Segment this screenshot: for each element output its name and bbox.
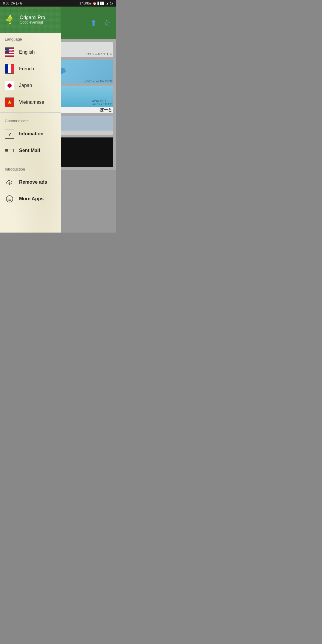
vietnamese-label: Vietnamese [19,100,44,105]
upload-icon[interactable]: ⬆ [90,18,97,28]
carrier-display: CH [10,1,15,5]
drawer-header: Origami Pro Good evening! [0,7,61,33]
menu-item-english[interactable]: ★★★★★★★★★ English [0,44,61,61]
remove-ads-label: Remove ads [19,179,47,185]
communicate-section-label: Communicate [0,114,61,126]
translate-icon: G [20,1,23,5]
battery-display: 17 [110,2,113,5]
svg-point-10 [8,200,9,201]
svg-point-8 [8,199,9,200]
introduction-section-label: Introduction [0,163,61,174]
french-label: French [19,66,34,72]
svg-point-5 [6,196,13,202]
speed-display: 17,3KB/s [79,2,92,5]
svg-marker-2 [8,22,12,24]
flag-vietnamese-icon: ★ [5,97,14,107]
wifi-icon: ▲ [106,2,109,5]
menu-item-japan[interactable]: Japan [0,77,61,94]
english-label: English [19,49,35,55]
list-circle-svg [5,195,14,203]
menu-item-remove-ads[interactable]: Remove ads [0,174,61,191]
flag-english-icon: ★★★★★★★★★ [5,47,14,57]
menu-item-information[interactable]: ? Infomation [0,126,61,142]
status-left: 9:38 CH ▷ G [3,1,23,5]
divider-1 [0,112,61,113]
menu-item-vietnamese[interactable]: ★ Vietnamese [0,94,61,111]
menu-item-sent-mail[interactable]: Sent Mail [0,142,61,159]
time-display: 9:38 [3,1,9,5]
sent-mail-label: Sent Mail [19,148,40,153]
navigation-drawer: Origami Pro Good evening! Language [0,7,61,233]
divider-2 [0,161,61,161]
info-icon: ? [5,129,14,139]
menu-item-more-apps[interactable]: More Apps [0,191,61,207]
greeting-text: Good evening! [20,20,58,24]
drawer-header-text: Origami Pro Good evening! [20,15,58,24]
language-section-label: Language [0,33,61,44]
favorite-icon[interactable]: ☆ [103,18,110,28]
cloud-dl-svg [5,178,14,186]
flag-japan-icon [5,81,14,90]
mail-icon [5,146,14,155]
play-icon: ▷ [16,1,19,5]
cloud-download-icon [5,177,14,187]
envelope-icon [9,149,14,152]
flag-french-icon [5,64,14,74]
more-apps-icon [5,194,14,204]
japan-label: Japan [19,83,32,88]
signal-icon: ▊▊▊ [97,2,105,5]
crane-logo [4,13,17,26]
alarm-icon: ⏰ [93,2,96,5]
app-name: Origami Pro [20,15,58,20]
svg-point-6 [8,198,9,199]
drawer-body: Language ★★★★★★★★★ [0,33,61,233]
menu-item-french[interactable]: French [0,61,61,77]
status-right: 17,3KB/s ⏰ ▊▊▊ ▲ 17 [79,2,113,5]
more-apps-label: More Apps [19,196,44,202]
status-bar: 9:38 CH ▷ G 17,3KB/s ⏰ ▊▊▊ ▲ 17 [0,0,116,7]
information-label: Infomation [19,131,44,137]
